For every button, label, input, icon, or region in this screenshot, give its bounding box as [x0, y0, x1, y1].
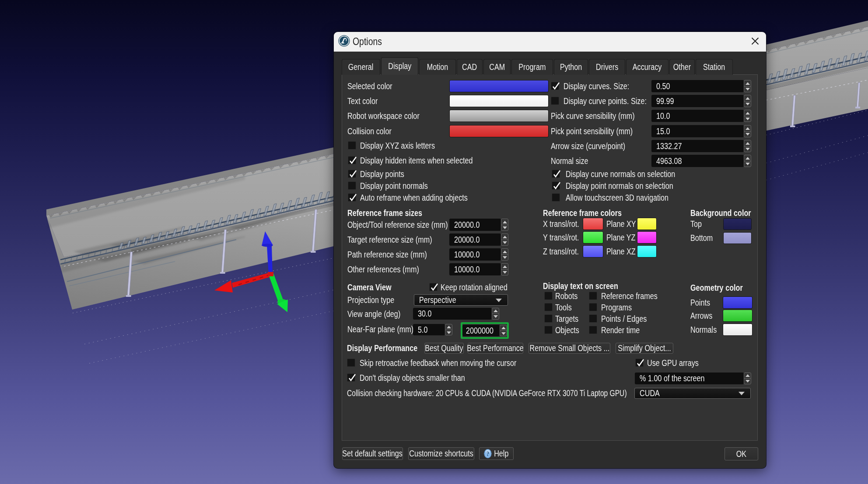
- svg-text:?: ?: [486, 450, 489, 457]
